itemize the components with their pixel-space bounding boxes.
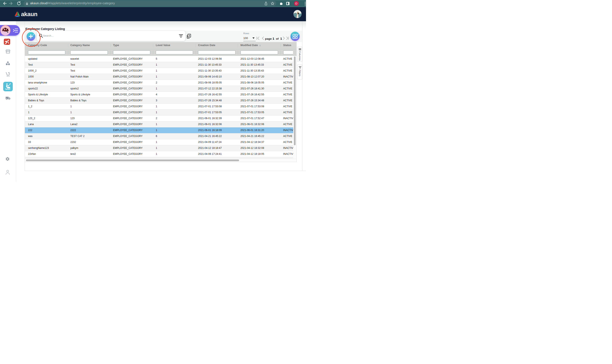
svg-text:2: 2 — [188, 34, 190, 37]
